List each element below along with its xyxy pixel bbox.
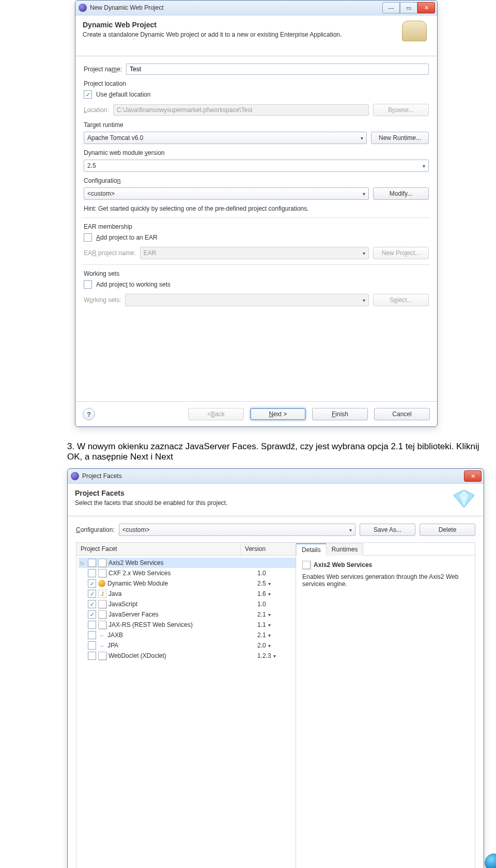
page-icon bbox=[98, 600, 106, 608]
facet-version: 1.6 bbox=[257, 590, 266, 597]
wizard-banner: Project Facets Select the facets that sh… bbox=[68, 484, 484, 516]
facet-name: JavaScript bbox=[109, 601, 137, 608]
select-working-sets-button: Select... bbox=[373, 294, 429, 306]
banner-subtitle: Select the facets that should be enabled… bbox=[75, 499, 446, 507]
facet-version: 2.1 bbox=[257, 611, 266, 618]
facet-checkbox[interactable] bbox=[88, 600, 96, 608]
chevron-down-icon: ▾ bbox=[363, 250, 365, 256]
facet-checkbox[interactable] bbox=[88, 590, 96, 598]
facet-version: 2.1 bbox=[257, 632, 266, 639]
configuration-select[interactable]: <custom> ▾ bbox=[84, 187, 369, 200]
tab-runtimes[interactable]: Runtimes bbox=[326, 543, 364, 556]
help-button[interactable]: ? bbox=[83, 408, 95, 420]
project-name-input[interactable] bbox=[126, 64, 429, 75]
arrows-icon: ↔ bbox=[98, 632, 105, 639]
facet-row[interactable]: JAX-RS (REST Web Services)1.1▾ bbox=[79, 620, 296, 630]
facet-checkbox[interactable] bbox=[88, 652, 96, 660]
facet-row[interactable]: ↔JAXB2.1▾ bbox=[79, 630, 296, 640]
facet-row[interactable]: ▷Axis2 Web Services bbox=[79, 558, 296, 568]
wizard-banner: Dynamic Web Project Create a standalone … bbox=[75, 15, 437, 56]
close-button[interactable]: ✕ bbox=[417, 2, 435, 13]
facet-checkbox[interactable] bbox=[88, 631, 96, 639]
finish-button[interactable]: Finish bbox=[312, 408, 368, 420]
facet-checkbox[interactable] bbox=[88, 621, 96, 629]
minimize-button[interactable]: — bbox=[382, 2, 400, 13]
facet-checkbox[interactable] bbox=[88, 610, 96, 619]
modify-button[interactable]: Modify... bbox=[373, 187, 429, 200]
facet-version: 1.0 bbox=[257, 601, 266, 608]
add-to-working-sets-label: Add project to working sets bbox=[96, 281, 171, 288]
configuration-value: <custom> bbox=[87, 190, 115, 197]
banner-icon bbox=[402, 21, 430, 49]
module-version-select[interactable]: 2.5 ▾ bbox=[84, 160, 429, 172]
location-input bbox=[113, 104, 369, 116]
facet-checkbox[interactable] bbox=[88, 559, 96, 567]
detail-heading: Axis2 Web Services bbox=[314, 561, 372, 569]
step-3-text: 3. W nowym okienku zaznacz JavaServer Fa… bbox=[67, 441, 496, 462]
chevron-down-icon: ▾ bbox=[268, 581, 271, 587]
page-icon bbox=[98, 569, 106, 577]
facet-row[interactable]: Dynamic Web Module2.5▾ bbox=[79, 578, 296, 589]
eclipse-icon bbox=[71, 472, 79, 480]
titlebar: New Dynamic Web Project — ▭ ✕ bbox=[75, 1, 437, 15]
ear-membership-group: EAR membership bbox=[84, 223, 429, 230]
tab-details[interactable]: Details bbox=[296, 543, 327, 556]
expand-icon: ▷ bbox=[81, 560, 86, 566]
chevron-down-icon: ▾ bbox=[268, 633, 271, 638]
facet-name: Java bbox=[109, 590, 121, 597]
delete-button[interactable]: Delete bbox=[420, 524, 475, 536]
banner-subtitle: Create a standalone Dynamic Web project … bbox=[83, 31, 397, 38]
maximize-button[interactable]: ▭ bbox=[400, 2, 417, 13]
browse-button: Browse... bbox=[373, 104, 429, 116]
eclipse-icon bbox=[79, 4, 87, 12]
target-runtime-group: Target runtime bbox=[84, 121, 429, 129]
facet-checkbox[interactable] bbox=[88, 569, 96, 577]
facet-name: JPA bbox=[107, 642, 118, 649]
facet-version-header: Version bbox=[241, 543, 296, 555]
facet-checkbox[interactable] bbox=[88, 641, 96, 650]
working-sets-group: Working sets bbox=[84, 270, 429, 277]
java-icon: J bbox=[98, 590, 106, 598]
save-as-button[interactable]: Save As... bbox=[360, 524, 415, 536]
add-to-ear-checkbox[interactable] bbox=[84, 233, 92, 242]
arrows-icon: ↔ bbox=[98, 642, 105, 649]
cancel-button[interactable]: Cancel bbox=[374, 408, 430, 420]
next-button[interactable]: Next > bbox=[250, 408, 306, 420]
facet-row[interactable]: ↔JPA2.0▾ bbox=[79, 640, 296, 651]
facet-row[interactable]: JJava1.6▾ bbox=[79, 589, 296, 599]
ear-name-select: EAR ▾ bbox=[140, 247, 369, 259]
facet-name: JavaServer Faces bbox=[109, 611, 159, 618]
gem-icon bbox=[452, 489, 476, 509]
banner-title: Dynamic Web Project bbox=[83, 21, 397, 29]
facet-name-header: Project Facet bbox=[76, 543, 241, 555]
ear-name-value: EAR bbox=[144, 249, 157, 257]
configuration-label: Configuration: bbox=[76, 526, 115, 533]
facet-row[interactable]: WebDoclet (XDoclet)1.2.3▾ bbox=[79, 651, 296, 661]
page-icon bbox=[98, 559, 106, 567]
facet-name: WebDoclet (XDoclet) bbox=[109, 652, 166, 659]
add-to-working-sets-checkbox[interactable] bbox=[84, 280, 92, 289]
use-default-location-checkbox[interactable] bbox=[84, 90, 92, 99]
project-facets-dialog: Project Facets ✕ Project Facets Select t… bbox=[67, 468, 484, 868]
use-default-location-label: Use default location bbox=[96, 91, 150, 98]
chevron-down-icon: ▾ bbox=[363, 297, 365, 303]
facet-row[interactable]: JavaServer Faces2.1▾ bbox=[79, 609, 296, 620]
close-button[interactable]: ✕ bbox=[464, 470, 482, 482]
project-location-group: Project location bbox=[84, 80, 429, 87]
chevron-down-icon: ▾ bbox=[268, 622, 271, 628]
window-title: New Dynamic Web Project bbox=[90, 4, 379, 11]
configuration-select[interactable]: <custom> ▾ bbox=[119, 524, 355, 536]
facet-row[interactable]: JavaScript1.0 bbox=[79, 599, 296, 609]
facet-name: JAXB bbox=[107, 632, 123, 639]
configuration-value: <custom> bbox=[122, 526, 150, 533]
facet-checkbox[interactable] bbox=[88, 579, 96, 588]
add-to-ear-label: Add project to an EAR bbox=[96, 234, 158, 241]
chevron-down-icon: ▾ bbox=[268, 591, 271, 597]
target-runtime-select[interactable]: Apache Tomcat v6.0 ▾ bbox=[84, 132, 367, 144]
page-icon bbox=[98, 610, 106, 619]
chevron-down-icon: ▾ bbox=[361, 135, 363, 141]
new-runtime-button[interactable]: New Runtime... bbox=[371, 132, 429, 144]
facet-row[interactable]: CXF 2.x Web Services1.0 bbox=[79, 568, 296, 578]
chevron-down-icon: ▾ bbox=[273, 653, 276, 659]
chevron-down-icon: ▾ bbox=[268, 612, 271, 618]
